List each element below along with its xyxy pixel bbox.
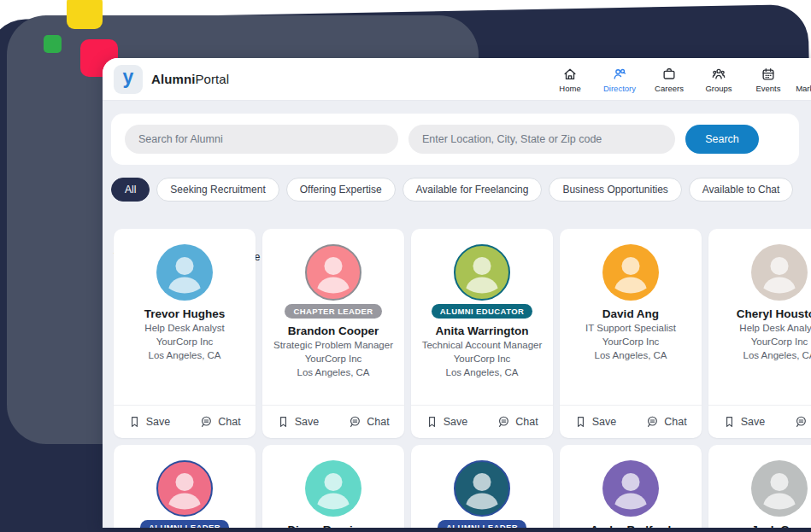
member-badge: ALUMNI EDUCATOR [432, 304, 533, 319]
member-name: Andre Bedford [591, 523, 672, 528]
member-name: Brandon Cooper [288, 324, 379, 337]
member-name: Trevor Hughes [144, 307, 226, 320]
avatar [156, 244, 213, 301]
nav-item-home[interactable]: Home [547, 67, 593, 93]
member-location: Los Angeles, CA [743, 350, 811, 361]
bookmark-icon [426, 415, 438, 429]
avatar [751, 460, 808, 517]
bookmark-icon [277, 415, 290, 429]
member-location: Los Angeles, CA [445, 367, 518, 378]
nav-item-marketplace[interactable]: Marketplace [795, 67, 811, 93]
filter-pill-available-to-chat[interactable]: Available to Chat [689, 178, 794, 202]
member-title: Help Desk Analyst [739, 323, 811, 334]
chat-icon [348, 415, 361, 429]
nav-item-events[interactable]: Events [745, 67, 791, 93]
members-grid: Trevor Hughes Help Desk Analyst YourCorp… [114, 229, 811, 528]
app-header: y AlumniPortal Home Directory [103, 58, 811, 101]
bookmark-icon [574, 415, 587, 429]
member-company: YourCorp Inc [751, 336, 808, 348]
member-location: Los Angeles, CA [594, 350, 667, 361]
brand-logo[interactable]: y [114, 65, 143, 94]
member-badge: ALUMNI LEADER [140, 520, 229, 528]
member-card: Cheryl Houston Help Desk Analyst YourCor… [708, 229, 811, 438]
avatar [454, 244, 510, 301]
member-name: David Ang [602, 307, 659, 320]
avatar [454, 460, 510, 517]
brand-name[interactable]: AlumniPortal [151, 72, 229, 86]
save-button[interactable]: Save [262, 406, 333, 438]
member-card: Jack Garp [708, 445, 811, 528]
filter-pill-all[interactable]: All [111, 178, 150, 202]
decor-yellow-square [67, 0, 103, 29]
briefcase-icon [661, 67, 677, 82]
chat-icon [497, 415, 510, 429]
avatar [602, 460, 659, 517]
avatar [305, 244, 361, 301]
member-title: Help Desk Analyst [144, 323, 224, 334]
main-nav: Home Directory Careers [547, 58, 811, 101]
chat-icon [199, 415, 213, 429]
member-name: Anita Warrington [436, 324, 529, 337]
nav-item-directory[interactable]: Directory [596, 67, 643, 93]
app-window: y AlumniPortal Home Directory [103, 58, 811, 528]
member-company: YourCorp Inc [305, 354, 362, 365]
member-card: Andre Bedford [560, 445, 702, 528]
avatar [156, 460, 213, 517]
filter-pill-available-for-freelancing[interactable]: Available for Freelancing [403, 178, 543, 202]
alumni-search-input[interactable] [125, 125, 398, 154]
member-card: ALUMNI EDUCATOR Anita Warrington Technic… [411, 229, 553, 438]
search-button[interactable]: Search [685, 125, 759, 154]
chat-button[interactable]: Chat [631, 406, 702, 438]
filter-pill-seeking-recruitment[interactable]: Seeking Recruitment [156, 178, 279, 202]
decor-green-square [44, 35, 62, 53]
member-location: Los Angeles, CA [148, 350, 220, 361]
avatar [602, 244, 659, 301]
save-button[interactable]: Save [560, 406, 631, 438]
person-search-icon [612, 67, 627, 82]
member-title: IT Support Specialist [585, 323, 676, 334]
avatar [751, 244, 808, 301]
member-company: YourCorp Inc [454, 354, 511, 365]
member-title: Technical Account Manager [422, 340, 543, 351]
chat-icon [645, 415, 659, 429]
card-actions: Save Chat [114, 405, 256, 438]
filter-pills: All Seeking Recruitment Offering Experti… [111, 178, 793, 202]
people-icon [711, 67, 726, 82]
member-card: ALUMNI LEADER [411, 445, 553, 528]
member-card: David Ang IT Support Specialist YourCorp… [560, 229, 702, 438]
save-button[interactable]: Save [411, 406, 482, 438]
member-company: YourCorp Inc [156, 336, 214, 348]
member-badge: ALUMNI LEADER [438, 520, 526, 528]
home-icon [562, 67, 578, 82]
member-location: Los Angeles, CA [297, 367, 369, 378]
nav-item-careers[interactable]: Careers [646, 67, 692, 93]
card-actions: Save Chat [262, 405, 404, 438]
chat-button[interactable]: Chat [482, 406, 553, 438]
save-button[interactable]: Save [708, 406, 779, 438]
filter-pill-business-opportunities[interactable]: Business Opportunities [549, 178, 681, 202]
member-badge: CHAPTER LEADER [285, 304, 381, 319]
member-title: Strategic Problem Manager [273, 340, 393, 351]
chat-button[interactable]: Chat [185, 406, 256, 438]
nav-item-groups[interactable]: Groups [696, 67, 742, 93]
logo-letter: y [123, 67, 134, 87]
bookmark-icon [128, 415, 141, 429]
member-name: Cheryl Houston [737, 307, 811, 320]
location-search-input[interactable] [408, 125, 675, 154]
card-actions: Save Chat [411, 405, 553, 438]
page-body: Search All Seeking Recruitment Offering … [103, 101, 811, 528]
member-card: ALUMNI LEADER [114, 445, 256, 528]
member-name: Jack Garp [751, 523, 807, 528]
chat-icon [794, 415, 808, 429]
bookmark-icon [723, 415, 736, 429]
card-actions: Save Chat [708, 405, 811, 438]
calendar-icon [761, 67, 776, 82]
save-button[interactable]: Save [114, 406, 185, 438]
member-name: Diego Rogriguez [287, 523, 379, 528]
filter-pill-offering-expertise[interactable]: Offering Expertise [286, 178, 396, 202]
chat-button[interactable]: Chat [779, 406, 811, 438]
member-company: YourCorp Inc [602, 336, 660, 348]
chat-button[interactable]: Chat [333, 406, 404, 438]
member-card: Diego Rogriguez [262, 445, 404, 528]
member-card: Trevor Hughes Help Desk Analyst YourCorp… [114, 229, 256, 438]
